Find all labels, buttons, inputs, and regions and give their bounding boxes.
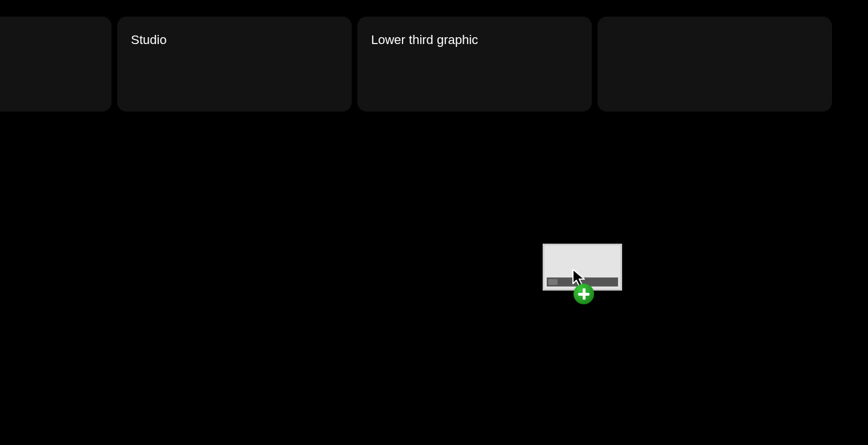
storyboard-card[interactable]: Lower third graphic — [357, 17, 592, 112]
add-copy-badge-icon — [574, 284, 594, 304]
drag-preview-label-block — [548, 279, 558, 285]
card-label: Lower third graphic — [371, 33, 578, 47]
card-label: t's Name] — [0, 33, 98, 47]
card-label: Studio — [131, 33, 338, 47]
storyboard-card[interactable] — [598, 17, 832, 112]
storyboard-card[interactable]: t's Name] — [0, 17, 112, 112]
card-row: t's Name] Studio Lower third graphic — [0, 17, 832, 112]
storyboard-card[interactable]: Studio — [117, 17, 352, 112]
